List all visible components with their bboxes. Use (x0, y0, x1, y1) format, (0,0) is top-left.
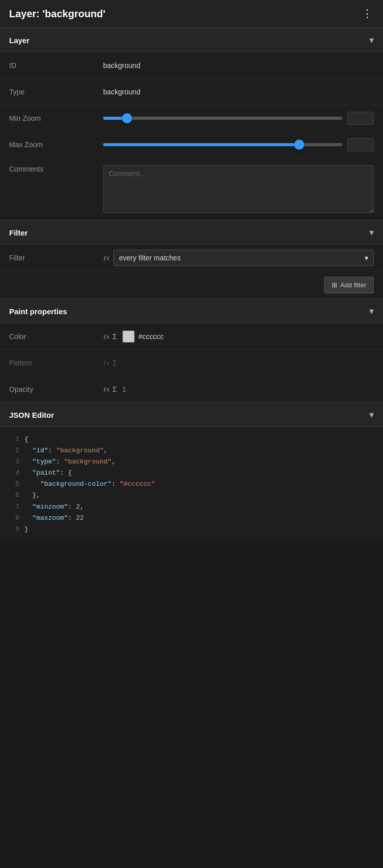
json-line-9: 9 } (9, 524, 374, 535)
pattern-sigma-icon[interactable]: Σ (112, 358, 117, 367)
json-line-7: 7 "minzoom": 2, (9, 502, 374, 513)
json-line-6: 6 }, (9, 490, 374, 501)
add-filter-icon: ⊞ (332, 281, 337, 289)
filter-fx-icon[interactable]: ƒx (103, 254, 109, 262)
filter-section-chevron: ▾ (369, 227, 374, 238)
min-zoom-label: Min Zoom (9, 114, 103, 122)
filter-section-label: Filter (9, 228, 28, 237)
comments-label: Comments (9, 165, 103, 173)
max-zoom-track[interactable] (103, 143, 342, 146)
opacity-icons: ƒx Σ (103, 385, 117, 393)
comments-wrapper (103, 165, 374, 215)
json-editor[interactable]: 1 { 2 "id": "background", 3 "type": "bac… (0, 427, 383, 542)
pattern-icons: ƒx Σ (103, 358, 117, 367)
max-zoom-input[interactable]: 22 (347, 138, 374, 151)
json-line-5: 5 "background-color": "#cccccc" (9, 479, 374, 490)
id-value: background (103, 61, 374, 70)
pattern-row: Pattern ƒx Σ (0, 350, 383, 376)
add-filter-button[interactable]: ⊞ Add filter (324, 277, 374, 293)
color-icons: ƒx Σ (103, 332, 117, 341)
filter-dropdown[interactable]: every filter matches ▾ (113, 250, 374, 266)
opacity-label: Opacity (9, 385, 103, 393)
filter-select-wrapper: ƒx every filter matches ▾ (103, 250, 374, 266)
filter-section-header[interactable]: Filter ▾ (0, 220, 383, 245)
layer-section-header[interactable]: Layer ▾ (0, 28, 383, 52)
color-sigma-icon[interactable]: Σ (112, 332, 117, 341)
comments-row: Comments (0, 158, 383, 220)
max-zoom-fill (103, 143, 299, 146)
max-zoom-thumb[interactable] (294, 140, 304, 150)
paint-section-chevron: ▾ (369, 306, 374, 317)
header-title: Layer: 'background' (9, 8, 106, 20)
json-section-header[interactable]: JSON Editor ▾ (0, 403, 383, 427)
json-line-8: 8 "maxzoom": 22 (9, 513, 374, 524)
color-row: Color ƒx Σ #cccccc (0, 323, 383, 350)
max-zoom-label: Max Zoom (9, 141, 103, 149)
more-options-icon[interactable]: ⋮ (362, 7, 374, 20)
opacity-fx-icon[interactable]: ƒx (103, 385, 109, 393)
color-swatch[interactable] (122, 330, 135, 343)
color-value: #cccccc (139, 332, 374, 341)
json-line-4: 4 "paint": { (9, 468, 374, 479)
json-section-label: JSON Editor (9, 411, 54, 419)
app-header: Layer: 'background' ⋮ (0, 0, 383, 28)
opacity-row: Opacity ƒx Σ 1 (0, 376, 383, 403)
id-row: ID background (0, 52, 383, 79)
color-label: Color (9, 332, 103, 341)
max-zoom-row: Max Zoom 22 (0, 131, 383, 158)
filter-dropdown-chevron: ▾ (365, 254, 368, 262)
filter-row: Filter ƒx every filter matches ▾ (0, 245, 383, 272)
add-filter-row: ⊞ Add filter (0, 272, 383, 299)
paint-section-label: Paint properties (9, 307, 67, 316)
min-zoom-track[interactable] (103, 117, 342, 120)
pattern-fx-icon[interactable]: ƒx (103, 359, 109, 367)
layer-section-label: Layer (9, 36, 29, 45)
pattern-label: Pattern (9, 359, 103, 367)
json-line-2: 2 "id": "background", (9, 445, 374, 456)
type-value: background (103, 88, 374, 96)
opacity-sigma-icon[interactable]: Σ (112, 385, 117, 393)
opacity-value: 1 (122, 385, 374, 393)
id-label: ID (9, 61, 103, 70)
json-line-3: 3 "type": "background", (9, 456, 374, 468)
paint-section-header[interactable]: Paint properties ▾ (0, 299, 383, 323)
min-zoom-thumb[interactable] (122, 113, 132, 123)
max-zoom-slider-wrapper: 22 (103, 138, 374, 151)
filter-value: every filter matches (119, 254, 180, 262)
comments-textarea[interactable] (103, 165, 374, 213)
json-line-1: 1 { (9, 434, 374, 445)
type-row: Type background (0, 79, 383, 105)
filter-label: Filter (9, 254, 103, 262)
min-zoom-input[interactable]: 2 (347, 112, 374, 125)
json-section-chevron: ▾ (369, 409, 374, 420)
type-label: Type (9, 88, 103, 96)
add-filter-label: Add filter (340, 281, 366, 289)
min-zoom-slider-wrapper: 2 (103, 112, 374, 125)
color-fx-icon[interactable]: ƒx (103, 332, 109, 341)
min-zoom-row: Min Zoom 2 (0, 105, 383, 131)
layer-section-chevron: ▾ (369, 35, 374, 46)
